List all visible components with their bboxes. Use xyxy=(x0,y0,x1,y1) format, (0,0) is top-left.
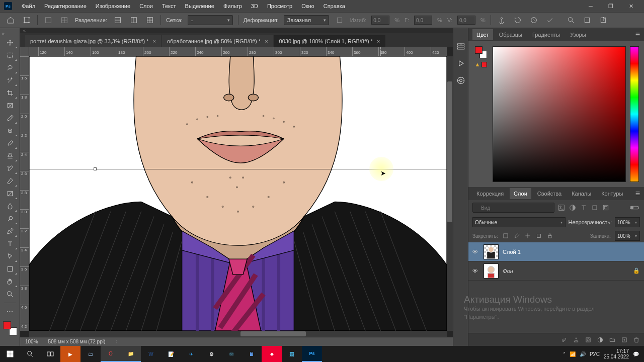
info-panel-icon[interactable] xyxy=(456,75,466,85)
taskbar-app-word[interactable]: W xyxy=(141,346,161,362)
history-brush-tool[interactable] xyxy=(3,162,17,174)
taskbar-app-media[interactable]: ▶ xyxy=(60,346,80,362)
fg-bg-swatch[interactable] xyxy=(475,46,487,58)
menu-file[interactable]: Файл xyxy=(18,1,39,11)
menu-select[interactable]: Выделение xyxy=(182,1,218,11)
color-field[interactable] xyxy=(493,46,626,182)
adjustment-layer-icon[interactable] xyxy=(597,336,604,343)
layer-row[interactable]: 👁 Слой 1 xyxy=(468,242,644,261)
document-info[interactable]: 508 мм x 508 мм (72 ppi) xyxy=(48,339,106,344)
window-close-button[interactable]: ✕ xyxy=(622,0,640,12)
taskbar-app-notes[interactable]: 📝 xyxy=(161,346,181,362)
menu-view[interactable]: Просмотр xyxy=(264,1,296,11)
tab-gradients[interactable]: Градиенты xyxy=(528,29,564,40)
eraser-tool[interactable] xyxy=(3,175,17,187)
tab-layers[interactable]: Слои xyxy=(510,188,531,199)
filter-shape-icon[interactable] xyxy=(591,204,599,212)
scrollbar-vertical[interactable] xyxy=(447,56,453,331)
menu-edit[interactable]: Редактирование xyxy=(41,1,90,11)
stamp-tool[interactable] xyxy=(3,150,17,162)
path-select-tool[interactable] xyxy=(3,250,17,262)
edit-toolbar-icon[interactable]: ··· xyxy=(3,306,17,318)
tab-color[interactable]: Цвет xyxy=(472,29,493,40)
panel-menu-icon[interactable]: ≡ xyxy=(635,30,640,39)
window-minimize-button[interactable]: ─ xyxy=(582,0,600,12)
taskbar-app-calculator[interactable]: 🖩 xyxy=(242,346,262,362)
tray-language[interactable]: РУС xyxy=(590,351,600,357)
taskbar-app-photos[interactable]: 🖼 xyxy=(282,346,302,362)
taskbar-app-explorer[interactable]: 📁 xyxy=(121,346,141,362)
actions-panel-icon[interactable] xyxy=(456,58,466,68)
scrollbar-horizontal[interactable] xyxy=(29,331,447,337)
tab-properties[interactable]: Свойства xyxy=(533,188,566,199)
filter-smart-icon[interactable] xyxy=(602,204,610,212)
hand-tool[interactable] xyxy=(3,276,17,288)
ruler-vertical[interactable]: 1 61 82 02 22 42 62 83 03 23 43 63 84 04… xyxy=(20,56,29,331)
document-tab-0[interactable]: portret-devushka-glaza.jpg @ 33,3% (RGB/… xyxy=(25,35,161,47)
pen-tool[interactable] xyxy=(3,225,17,237)
frame-icon[interactable] xyxy=(582,15,593,26)
layer-row[interactable]: 👁 Фон 🔒 xyxy=(468,261,644,281)
new-layer-icon[interactable] xyxy=(621,336,628,343)
lock-artboard-icon[interactable] xyxy=(535,232,542,239)
brush-tool[interactable] xyxy=(3,137,17,149)
warp-handle[interactable] xyxy=(94,167,97,170)
zoom-tool[interactable] xyxy=(3,288,17,300)
menu-3d[interactable]: 3D xyxy=(248,1,262,11)
panel-menu-icon[interactable]: ≡ xyxy=(635,189,640,198)
taskbar-search-icon[interactable] xyxy=(20,346,40,362)
share-icon[interactable] xyxy=(598,15,609,26)
grid-select[interactable]: - xyxy=(188,15,233,25)
split-mode-2-icon[interactable] xyxy=(128,15,139,26)
zoom-level[interactable]: 100% xyxy=(25,339,38,344)
taskbar-app-anydesk[interactable]: ◆ xyxy=(262,346,282,362)
commit-icon[interactable] xyxy=(544,15,555,26)
delete-layer-icon[interactable] xyxy=(633,336,640,343)
layer-thumbnail[interactable] xyxy=(484,263,499,279)
ruler-origin[interactable] xyxy=(20,47,29,56)
close-tab-icon[interactable]: × xyxy=(377,38,380,44)
menu-image[interactable]: Изображение xyxy=(92,1,134,11)
color-swatches[interactable] xyxy=(3,321,17,335)
search-icon[interactable] xyxy=(566,15,577,26)
lock-all-icon[interactable] xyxy=(546,232,553,239)
filter-type-icon[interactable] xyxy=(580,204,588,212)
close-tab-icon[interactable]: × xyxy=(153,38,156,44)
opacity-input[interactable]: 100% xyxy=(615,217,640,227)
marquee-tool[interactable] xyxy=(3,49,17,61)
menu-text[interactable]: Текст xyxy=(158,1,180,11)
type-tool[interactable] xyxy=(3,238,17,250)
document-tab-1[interactable]: обработанное.jpg @ 50% (RGB/8#) *× xyxy=(162,35,273,47)
tab-channels[interactable]: Каналы xyxy=(568,188,595,199)
lasso-tool[interactable] xyxy=(3,62,17,74)
taskbar-app-files[interactable]: 🗂 xyxy=(80,346,101,362)
task-view-icon[interactable] xyxy=(40,346,60,362)
filter-adjustment-icon[interactable] xyxy=(569,204,577,212)
taskbar-app-photoshop[interactable]: Ps xyxy=(302,346,322,362)
taskbar-app-telegram[interactable]: ✈ xyxy=(181,346,201,362)
notifications-icon[interactable]: 💬 xyxy=(633,351,639,357)
cancel-icon[interactable] xyxy=(528,15,539,26)
visibility-toggle-icon[interactable]: 👁 xyxy=(472,268,479,274)
tray-chevron-icon[interactable]: ˄ xyxy=(563,351,566,357)
anchor-icon[interactable] xyxy=(496,15,507,26)
gradient-tool[interactable] xyxy=(3,188,17,200)
layer-search-input[interactable] xyxy=(472,203,554,213)
tab-swatches[interactable]: Образцы xyxy=(495,29,526,40)
warp-orientation-icon[interactable] xyxy=(334,15,345,26)
lock-pixels-icon[interactable] xyxy=(502,232,509,239)
taskbar-app-settings[interactable]: ⚙ xyxy=(201,346,221,362)
crop-tool[interactable] xyxy=(3,87,17,99)
group-icon[interactable] xyxy=(609,336,616,343)
taskbar-app-mail[interactable]: ✉ xyxy=(221,346,242,362)
ruler-horizontal[interactable]: 1201401601802002202402602803003203403603… xyxy=(29,47,447,56)
tab-adjustments[interactable]: Коррекция xyxy=(472,188,508,199)
system-tray[interactable]: ˄ 📶 🔊 РУС 17:17 25.04.2022 💬 xyxy=(558,348,644,359)
eyedropper-tool[interactable] xyxy=(3,112,17,124)
menu-window[interactable]: Окно xyxy=(298,1,318,11)
menu-help[interactable]: Справка xyxy=(320,1,349,11)
menu-filter[interactable]: Фильтр xyxy=(220,1,246,11)
gamut-warning[interactable]: ▲ xyxy=(475,61,488,67)
window-restore-button[interactable]: ❐ xyxy=(602,0,620,12)
split-none-icon[interactable] xyxy=(43,15,54,26)
